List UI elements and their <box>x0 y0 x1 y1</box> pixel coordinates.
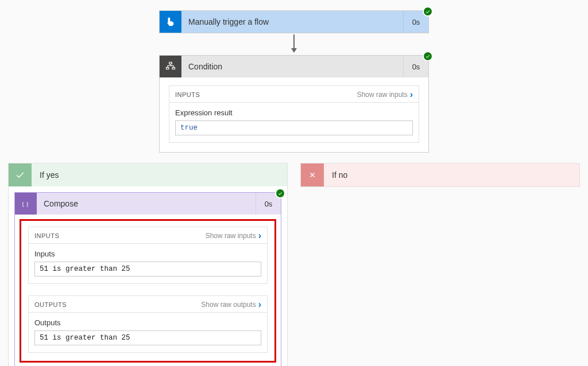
connector-arrow <box>289 33 299 55</box>
condition-icon <box>160 56 181 77</box>
condition-inputs-section: INPUTS Show raw inputs › Expression resu… <box>169 85 419 143</box>
success-icon <box>423 51 433 61</box>
touch-icon <box>160 11 181 33</box>
success-icon <box>423 6 433 17</box>
compose-inputs-value: 51 is greater than 25 <box>34 262 261 277</box>
section-header: INPUTS Show raw inputs › <box>169 86 419 103</box>
branch-yes-header[interactable]: If yes <box>9 163 287 186</box>
compose-card[interactable]: { } Compose 0s INPUTS Show raw inputs › <box>14 192 281 366</box>
compose-outputs-value: 51 is greater than 25 <box>34 330 261 345</box>
branch-yes: If yes { } Compose 0s INPUTS Show r <box>8 163 288 366</box>
compose-highlight: INPUTS Show raw inputs › Inputs 51 is gr… <box>20 219 276 363</box>
condition-title: Condition <box>181 62 403 71</box>
section-header: INPUTS Show raw inputs › <box>29 227 267 244</box>
compose-title: Compose <box>37 199 256 208</box>
inputs-header-label: INPUTS <box>175 91 200 98</box>
svg-text:{ }: { } <box>22 201 29 207</box>
success-icon <box>275 188 285 198</box>
inputs-header-label: INPUTS <box>34 232 59 239</box>
condition-panel: INPUTS Show raw inputs › Expression resu… <box>160 77 428 152</box>
section-body: Expression result true <box>169 103 419 142</box>
compose-outputs-section: OUTPUTS Show raw outputs › Outputs 51 is… <box>28 295 268 353</box>
trigger-titlebar[interactable]: Manually trigger a flow 0s <box>160 11 428 33</box>
outputs-header-label: OUTPUTS <box>34 301 67 308</box>
show-raw-inputs-link[interactable]: Show raw inputs › <box>206 232 261 240</box>
branch-yes-label: If yes <box>32 170 67 180</box>
branch-no: If no <box>300 163 580 187</box>
branch-no-header[interactable]: If no <box>301 163 579 186</box>
show-raw-inputs-text: Show raw inputs <box>357 91 408 99</box>
close-icon <box>301 163 324 186</box>
compose-inputs-section: INPUTS Show raw inputs › Inputs 51 is gr… <box>28 227 268 284</box>
check-icon <box>9 163 32 186</box>
compose-icon: { } <box>15 193 37 215</box>
show-raw-outputs-text: Show raw outputs <box>201 301 256 309</box>
show-raw-inputs-text: Show raw inputs <box>206 232 256 240</box>
expression-result-label: Expression result <box>175 108 413 117</box>
condition-card[interactable]: Condition 0s INPUTS Show raw inputs › Ex… <box>159 55 429 153</box>
section-body: Outputs 51 is greater than 25 <box>29 313 267 352</box>
condition-titlebar[interactable]: Condition 0s <box>160 56 428 77</box>
section-body: Inputs 51 is greater than 25 <box>29 244 267 283</box>
compose-titlebar[interactable]: { } Compose 0s <box>15 193 281 215</box>
svg-rect-6 <box>167 68 169 69</box>
compose-inputs-label: Inputs <box>34 250 261 258</box>
trigger-title: Manually trigger a flow <box>181 17 403 26</box>
compose-outputs-label: Outputs <box>34 318 261 327</box>
expression-result-value: true <box>175 120 413 135</box>
show-raw-outputs-link[interactable]: Show raw outputs › <box>201 301 261 309</box>
section-header: OUTPUTS Show raw outputs › <box>29 296 267 313</box>
branch-row: If yes { } Compose 0s INPUTS Show r <box>8 163 580 366</box>
show-raw-inputs-link[interactable]: Show raw inputs › <box>357 91 413 99</box>
branch-no-label: If no <box>324 170 355 180</box>
svg-rect-1 <box>169 63 172 64</box>
svg-rect-7 <box>172 68 175 69</box>
trigger-card[interactable]: Manually trigger a flow 0s <box>159 10 429 33</box>
